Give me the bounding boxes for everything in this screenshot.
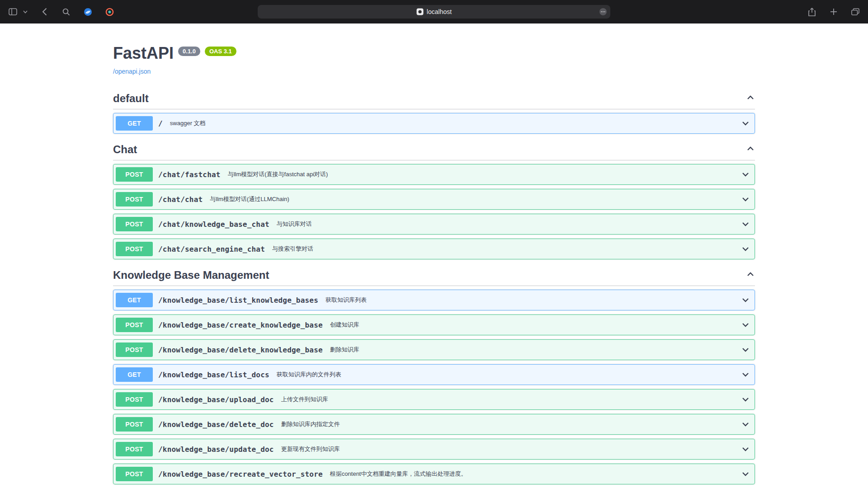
- search-icon[interactable]: [61, 6, 71, 17]
- opblock-row[interactable]: POST /chat/fastchat 与llm模型对话(直接与fastchat…: [113, 164, 755, 185]
- chevron-down-icon[interactable]: [741, 296, 750, 305]
- section-title: Knowledge Base Management: [113, 268, 269, 282]
- endpoint-description: 与搜索引擎对话: [272, 245, 313, 253]
- method-badge: GET: [116, 367, 153, 382]
- endpoint-description: 获取知识库列表: [326, 296, 367, 304]
- url-text: localhost: [427, 8, 452, 15]
- endpoint-description: 与llm模型对话(直接与fastchat api对话): [228, 170, 328, 178]
- opblock-row[interactable]: GET / swagger 文档: [113, 113, 755, 134]
- page-settings-icon[interactable]: [599, 8, 607, 16]
- oas-badge: OAS 3.1: [205, 47, 236, 56]
- chevron-down-icon[interactable]: [741, 119, 750, 128]
- endpoint-description: swagger 文档: [170, 119, 206, 127]
- version-badge: 0.1.0: [178, 47, 200, 56]
- method-badge: POST: [116, 392, 153, 407]
- site-icon: [416, 8, 424, 15]
- chevron-up-icon[interactable]: [746, 144, 755, 155]
- new-tab-icon[interactable]: [828, 6, 839, 17]
- endpoint-description: 与llm模型对话(通过LLMChain): [210, 195, 289, 203]
- endpoint-path: /knowledge_base/upload_doc: [158, 395, 274, 404]
- opblock-row[interactable]: POST /chat/search_engine_chat 与搜索引擎对话: [113, 239, 755, 259]
- chevron-down-icon[interactable]: [741, 195, 750, 204]
- section-header[interactable]: default: [113, 87, 755, 109]
- opblock-row[interactable]: POST /knowledge_base/upload_doc 上传文件到知识库: [113, 389, 755, 410]
- method-badge: POST: [116, 217, 153, 231]
- method-badge: POST: [116, 343, 153, 357]
- url-field[interactable]: localhost: [258, 5, 610, 19]
- section-default: default GET / swagger 文档: [113, 87, 755, 138]
- endpoint-path: /knowledge_base/create_knowledge_base: [158, 321, 323, 329]
- method-badge: POST: [116, 442, 153, 456]
- method-badge: GET: [116, 293, 153, 307]
- opblock-row[interactable]: POST /knowledge_base/update_doc 更新现有文件到知…: [113, 439, 755, 460]
- section-chat: Chat POST /chat/fastchat 与llm模型对话(直接与fas…: [113, 138, 755, 264]
- opblock-row[interactable]: GET /knowledge_base/list_knowledge_bases…: [113, 290, 755, 310]
- endpoint-path: /chat/search_engine_chat: [158, 245, 265, 253]
- method-badge: POST: [116, 417, 153, 432]
- chevron-down-icon[interactable]: [741, 420, 750, 429]
- back-icon[interactable]: [39, 6, 50, 17]
- endpoint-description: 与知识库对话: [277, 220, 312, 228]
- page-title: FastAPI: [113, 43, 174, 63]
- endpoint-path: /knowledge_base/recreate_vector_store: [158, 470, 323, 479]
- endpoint-path: /chat/chat: [158, 195, 203, 204]
- api-info: FastAPI 0.1.0 OAS 3.1 /openapi.json: [113, 43, 755, 75]
- chevron-down-icon[interactable]: [741, 170, 750, 179]
- sidebar-toggle-icon[interactable]: [7, 6, 18, 17]
- method-badge: POST: [116, 242, 153, 256]
- endpoint-path: /knowledge_base/update_doc: [158, 445, 274, 454]
- endpoint-path: /knowledge_base/list_docs: [158, 371, 269, 379]
- tab-overview-icon[interactable]: [850, 6, 861, 17]
- share-icon[interactable]: [807, 6, 817, 17]
- opblock-row[interactable]: POST /chat/chat 与llm模型对话(通过LLMChain): [113, 189, 755, 210]
- method-badge: POST: [116, 318, 153, 332]
- endpoint-path: /knowledge_base/delete_doc: [158, 420, 274, 429]
- toolbar-left-group: [7, 6, 115, 17]
- endpoint-description: 根据content中文档重建向量库，流式输出处理进度。: [330, 470, 467, 478]
- opblock-row[interactable]: POST /knowledge_base/delete_doc 删除知识库内指定…: [113, 414, 755, 435]
- chevron-down-icon[interactable]: [741, 370, 750, 379]
- endpoint-path: /knowledge_base/delete_knowledge_base: [158, 346, 323, 354]
- endpoint-description: 删除知识库内指定文件: [281, 420, 340, 428]
- method-badge: POST: [116, 467, 153, 481]
- endpoint-description: 删除知识库: [330, 346, 359, 354]
- opblock-row[interactable]: POST /knowledge_base/create_knowledge_ba…: [113, 314, 755, 335]
- chevron-up-icon[interactable]: [746, 93, 755, 104]
- bird-app-icon[interactable]: [82, 6, 93, 17]
- chevron-down-icon[interactable]: [741, 320, 750, 329]
- endpoint-description: 获取知识库内的文件列表: [277, 371, 341, 379]
- record-icon[interactable]: [104, 6, 115, 17]
- endpoint-path: /: [158, 119, 163, 128]
- opblock-row[interactable]: POST /chat/knowledge_base_chat 与知识库对话: [113, 214, 755, 235]
- opblock-row[interactable]: POST /knowledge_base/delete_knowledge_ba…: [113, 339, 755, 360]
- site-identity: localhost: [416, 8, 452, 15]
- endpoint-description: 上传文件到知识库: [281, 395, 328, 404]
- endpoint-description: 创建知识库: [330, 321, 359, 329]
- swagger-page: FastAPI 0.1.0 OAS 3.1 /openapi.json defa…: [104, 43, 764, 488]
- endpoint-description: 更新现有文件到知识库: [281, 445, 340, 453]
- method-badge: POST: [116, 167, 153, 182]
- section-title: Chat: [113, 143, 137, 156]
- method-badge: GET: [116, 116, 153, 131]
- browser-toolbar: localhost: [0, 0, 868, 23]
- chevron-down-icon[interactable]: [741, 220, 750, 229]
- method-badge: POST: [116, 192, 153, 206]
- opblock-row[interactable]: POST /knowledge_base/recreate_vector_sto…: [113, 464, 755, 484]
- opblock-row[interactable]: GET /knowledge_base/list_docs 获取知识库内的文件列…: [113, 364, 755, 385]
- openapi-json-link[interactable]: /openapi.json: [113, 68, 151, 75]
- section-knowledge-base: Knowledge Base Management GET /knowledge…: [113, 264, 755, 488]
- chevron-down-icon[interactable]: [741, 445, 750, 454]
- chevron-down-icon[interactable]: [741, 395, 750, 404]
- endpoint-path: /chat/fastchat: [158, 170, 221, 179]
- section-title: default: [113, 92, 149, 105]
- chevron-down-icon[interactable]: [741, 469, 750, 479]
- section-header[interactable]: Chat: [113, 138, 755, 160]
- endpoint-path: /knowledge_base/list_knowledge_bases: [158, 296, 318, 305]
- toolbar-right-group: [807, 6, 861, 17]
- chevron-down-icon[interactable]: [741, 345, 750, 354]
- chevron-down-icon[interactable]: [741, 244, 750, 253]
- chevron-up-icon[interactable]: [746, 270, 755, 281]
- endpoint-path: /chat/knowledge_base_chat: [158, 220, 269, 229]
- section-header[interactable]: Knowledge Base Management: [113, 264, 755, 286]
- chevron-down-icon[interactable]: [23, 6, 28, 17]
